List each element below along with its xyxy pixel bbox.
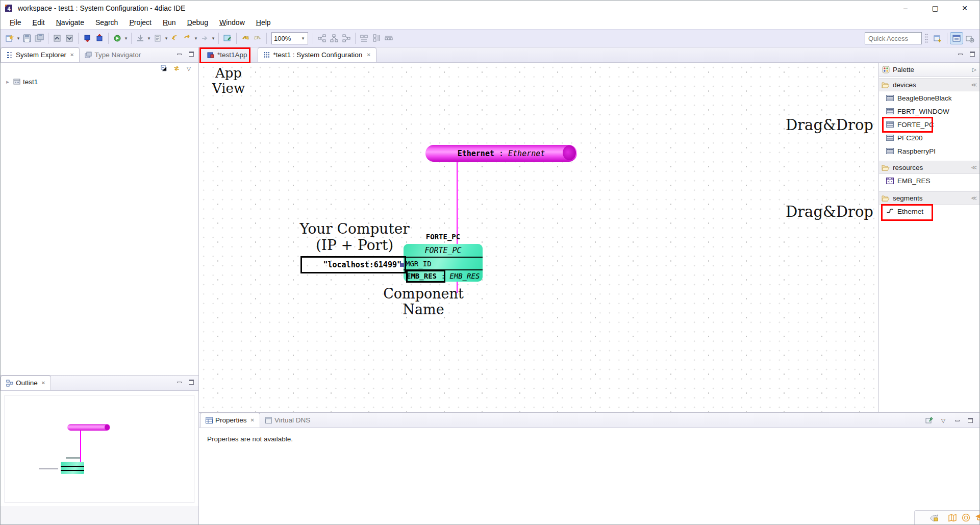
graduation-cap-icon[interactable] xyxy=(975,514,980,521)
download-dropdown-icon[interactable]: ▾ xyxy=(146,36,152,41)
tree-item-test1[interactable]: ▸ test1 xyxy=(5,76,198,87)
system-configuration-canvas[interactable]: App View Drag&Drop Drag&Drop Ethernet : … xyxy=(199,63,880,412)
menu-bar: File Edit Navigate Search Project Run De… xyxy=(1,15,979,29)
palette-item-fbrt-window[interactable]: FBRT_WINDOW xyxy=(879,105,979,118)
maximize-button[interactable]: ▢ xyxy=(920,1,950,15)
palette-collapse-icon[interactable]: ▷ xyxy=(972,66,976,73)
menu-help[interactable]: Help xyxy=(251,17,276,28)
outline-device-shape xyxy=(61,462,84,474)
zoom-combo[interactable]: 100% ▾ xyxy=(271,32,308,44)
launch-button[interactable] xyxy=(111,32,123,44)
ethernet-segment[interactable]: Ethernet : Ethernet xyxy=(425,145,577,162)
debug-perspective-button[interactable] xyxy=(963,32,976,44)
4diac-logo-icon: 4 xyxy=(5,4,14,13)
tree-item-label: test1 xyxy=(23,78,38,86)
close-button[interactable]: ✕ xyxy=(950,1,979,15)
palette-group-devices[interactable]: devices ≪ xyxy=(879,78,979,91)
menu-debug[interactable]: Debug xyxy=(182,17,213,28)
layout-left-button[interactable] xyxy=(316,32,328,44)
menu-run[interactable]: Run xyxy=(158,17,181,28)
toggle-annotations-button[interactable] xyxy=(221,32,234,44)
distribute-button[interactable] xyxy=(383,32,395,44)
quick-access-input[interactable] xyxy=(865,32,922,44)
next-edit-button[interactable] xyxy=(198,32,211,44)
device-type-icon xyxy=(886,95,894,101)
menu-search[interactable]: Search xyxy=(90,17,123,28)
palette-item-raspberrypi[interactable]: RaspberryPI xyxy=(879,144,979,158)
maximize-view-icon[interactable] xyxy=(187,51,195,58)
mgr-id-value: "localhost:61499" xyxy=(323,260,401,269)
minimize-view-icon[interactable] xyxy=(175,51,183,58)
view-menu-icon[interactable]: ▽ xyxy=(184,64,193,72)
palette-header[interactable]: Palette ▷ xyxy=(879,63,979,77)
pin-open-icon[interactable]: ≪ xyxy=(971,82,977,88)
layout-center-button[interactable] xyxy=(328,32,340,44)
close-icon[interactable]: ✕ xyxy=(41,380,45,386)
forward-nav-button[interactable] xyxy=(181,32,193,44)
badge-circle-icon[interactable] xyxy=(962,513,970,522)
menu-project[interactable]: Project xyxy=(124,17,157,28)
debug-attach-dropdown-icon[interactable]: ▾ xyxy=(164,36,169,41)
palette-group-resources[interactable]: resources ≪ xyxy=(879,161,979,174)
outline-thumbnail[interactable] xyxy=(5,395,194,503)
save-all-button[interactable] xyxy=(33,32,45,44)
mgr-id-value-box[interactable]: "localhost:61499" xyxy=(300,256,406,273)
view-menu-icon[interactable]: ▽ xyxy=(939,416,948,424)
back-nav-button[interactable] xyxy=(169,32,181,44)
tutorial-map-icon[interactable] xyxy=(948,514,957,522)
menu-navigate[interactable]: Navigate xyxy=(51,17,89,28)
palette-item-beaglebone[interactable]: BeagleBoneBlack xyxy=(879,91,979,105)
saved-search-icon[interactable] xyxy=(929,514,939,522)
pin-open-icon[interactable]: ≪ xyxy=(971,164,977,171)
align-vertical-button[interactable] xyxy=(370,32,383,44)
launch-dropdown-icon[interactable]: ▾ xyxy=(123,36,129,41)
redo-button[interactable] xyxy=(252,32,264,44)
pin-open-icon[interactable]: ≪ xyxy=(971,195,977,202)
tab-system-explorer[interactable]: System Explorer ✕ xyxy=(1,47,80,62)
next-edit-dropdown-icon[interactable]: ▾ xyxy=(211,36,216,41)
menu-edit[interactable]: Edit xyxy=(28,17,50,28)
palette-item-pfc200[interactable]: PFC200 xyxy=(879,131,979,144)
pin-view-icon[interactable] xyxy=(924,416,934,424)
deploy-button[interactable] xyxy=(81,32,93,44)
tab-properties[interactable]: Properties ✕ xyxy=(200,413,260,428)
debug-attach-button[interactable] xyxy=(152,32,164,44)
device-type-icon xyxy=(886,148,894,154)
new-wizard-button[interactable] xyxy=(4,32,16,44)
maximize-view-icon[interactable] xyxy=(968,51,976,58)
export-system-button[interactable] xyxy=(63,32,76,44)
maximize-view-icon[interactable] xyxy=(187,379,195,386)
tab-type-navigator[interactable]: Type Navigator xyxy=(80,47,146,62)
download-button[interactable] xyxy=(134,32,146,44)
palette-group-segments[interactable]: segments ≪ xyxy=(879,191,979,205)
close-icon[interactable]: ✕ xyxy=(366,52,370,58)
new-wizard-dropdown-icon[interactable]: ▾ xyxy=(16,36,21,41)
outline-view: Outline ✕ xyxy=(1,375,198,524)
open-perspective-button[interactable] xyxy=(931,32,944,44)
link-with-editor-icon[interactable] xyxy=(172,64,181,72)
system-perspective-button[interactable] xyxy=(950,32,963,44)
close-icon[interactable]: ✕ xyxy=(70,52,74,58)
tab-system-configuration[interactable]: *test1 : System Configuration ✕ xyxy=(258,47,376,62)
import-system-button[interactable] xyxy=(51,32,63,44)
device-param-row[interactable]: MGR_ID xyxy=(404,257,483,269)
tab-outline[interactable]: Outline ✕ xyxy=(1,376,51,390)
close-icon[interactable]: ✕ xyxy=(250,417,255,423)
maximize-view-icon[interactable] xyxy=(966,417,974,424)
clean-deploy-button[interactable] xyxy=(93,32,106,44)
collapse-all-icon[interactable] xyxy=(160,64,169,72)
menu-file[interactable]: File xyxy=(5,17,27,28)
minimize-view-icon[interactable] xyxy=(956,51,964,58)
save-button[interactable] xyxy=(21,32,33,44)
layout-right-button[interactable] xyxy=(340,32,353,44)
chevron-right-icon[interactable]: ▸ xyxy=(5,79,11,85)
tab-virtual-dns[interactable]: Virtual DNS xyxy=(260,413,315,428)
back-history-dropdown-icon[interactable]: ▾ xyxy=(193,36,198,41)
align-horizontal-button[interactable] xyxy=(358,32,370,44)
undo-button[interactable] xyxy=(239,32,252,44)
minimize-view-icon[interactable] xyxy=(175,379,183,386)
menu-window[interactable]: Window xyxy=(214,17,250,28)
minimize-view-icon[interactable] xyxy=(953,417,961,424)
minimize-button[interactable]: – xyxy=(891,1,920,15)
palette-item-emb-res[interactable]: EMB_RES xyxy=(879,174,979,187)
